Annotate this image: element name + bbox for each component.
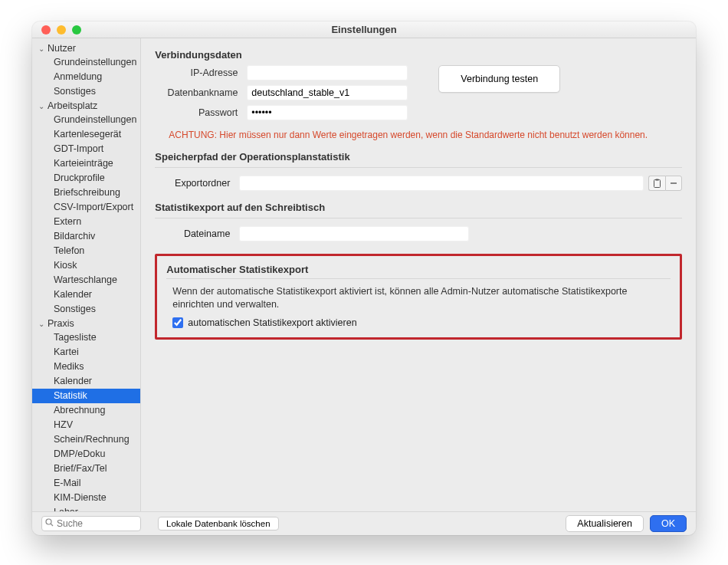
main-panel: Verbindungsdaten IP-Adresse Datenbanknam…	[141, 38, 696, 511]
sidebar-item[interactable]: Telefon	[32, 244, 140, 258]
svg-line-4	[51, 524, 53, 526]
sidebar-item[interactable]: Karteieinträge	[32, 156, 140, 171]
refresh-button[interactable]: Aktualisieren	[566, 515, 644, 532]
clipboard-icon[interactable]	[648, 176, 665, 191]
export-folder-label: Exportordner	[155, 178, 239, 189]
export-folder-input[interactable]	[239, 176, 644, 191]
sidebar-item[interactable]: Extern	[32, 215, 140, 229]
window-body: ⌄NutzerGrundeinstellungenAnmeldungSonsti…	[32, 38, 696, 511]
sidebar-item[interactable]: Grundeinstellungen	[32, 55, 140, 70]
chevron-down-icon: ⌄	[38, 102, 46, 110]
pw-input[interactable]	[247, 105, 408, 120]
sidebar-item[interactable]: Warteschlange	[32, 273, 140, 287]
section-title-auto-export: Automatischer Statistikexport	[166, 264, 671, 275]
sidebar-item[interactable]: Briefschreibung	[32, 186, 140, 200]
divider	[155, 167, 682, 168]
sidebar-item[interactable]: Sonstiges	[32, 302, 140, 317]
filename-label: Dateiname	[155, 228, 239, 239]
pw-label: Passwort	[155, 107, 247, 118]
sidebar[interactable]: ⌄NutzerGrundeinstellungenAnmeldungSonsti…	[32, 38, 141, 511]
section-title-connection: Verbindungsdaten	[155, 49, 682, 61]
sidebar-item[interactable]: Kalender	[32, 287, 140, 302]
divider	[155, 218, 682, 218]
sidebar-group-header[interactable]: ⌄Arbeitsplatz	[32, 99, 140, 113]
sidebar-item[interactable]: KIM-Dienste	[32, 491, 140, 505]
svg-point-3	[46, 519, 51, 524]
sidebar-group-label: Praxis	[48, 318, 74, 329]
search-input[interactable]	[57, 518, 137, 529]
sidebar-item[interactable]: Grundeinstellungen	[32, 113, 140, 127]
sidebar-item[interactable]: Mediks	[32, 360, 140, 374]
sidebar-item[interactable]: CSV-Import/Export	[32, 200, 140, 215]
sidebar-item[interactable]: DMP/eDoku	[32, 447, 140, 462]
divider	[166, 278, 671, 279]
sidebar-item[interactable]: E-Mail	[32, 476, 140, 491]
footer: Lokale Datenbank löschen Aktualisieren O…	[32, 511, 696, 535]
sidebar-item[interactable]: Abrechnung	[32, 403, 140, 418]
sidebar-item[interactable]: Druckprofile	[32, 171, 140, 186]
sidebar-item[interactable]: Brief/Fax/Tel	[32, 462, 140, 476]
sidebar-item[interactable]: Statistik	[32, 389, 140, 403]
ok-button[interactable]: OK	[650, 515, 687, 532]
sidebar-item[interactable]: Anmeldung	[32, 70, 140, 84]
db-input[interactable]	[247, 85, 408, 100]
minus-icon[interactable]	[665, 176, 682, 191]
chevron-down-icon: ⌄	[38, 44, 46, 53]
sidebar-group-header[interactable]: ⌄Praxis	[32, 317, 140, 330]
sidebar-item[interactable]: HZV	[32, 418, 140, 432]
ip-label: IP-Adresse	[155, 67, 247, 78]
sidebar-item[interactable]: Tagesliste	[32, 330, 140, 345]
ip-input[interactable]	[247, 65, 408, 80]
section-title-export-path: Speicherpfad der Operationsplanstatistik	[155, 151, 682, 163]
svg-rect-0	[654, 180, 661, 188]
auto-export-section: Automatischer Statistikexport Wenn der a…	[155, 254, 682, 340]
sidebar-group-label: Nutzer	[48, 43, 76, 54]
test-connection-button[interactable]: Verbindung testen	[438, 65, 560, 93]
sidebar-item[interactable]: Kiosk	[32, 258, 140, 273]
auto-export-checkbox-label: automatischen Statistikexport aktivieren	[188, 317, 356, 328]
sidebar-item[interactable]: Kartenlesegerät	[32, 127, 140, 142]
sidebar-group-label: Arbeitsplatz	[48, 100, 97, 111]
sidebar-item[interactable]: Kalender	[32, 374, 140, 389]
sidebar-item[interactable]: Kartei	[32, 345, 140, 360]
settings-window: Einstellungen ⌄NutzerGrundeinstellungenA…	[32, 21, 696, 535]
auto-export-description: Wenn der automatische Statistikexport ak…	[172, 285, 671, 311]
auto-export-checkbox[interactable]	[172, 317, 183, 328]
chevron-down-icon: ⌄	[38, 320, 46, 328]
section-title-desktop-export: Statistikexport auf den Schreibtisch	[155, 202, 682, 213]
sidebar-group-header[interactable]: ⌄Nutzer	[32, 41, 140, 55]
search-icon	[45, 518, 54, 529]
connection-warning: ACHTUNG: Hier müssen nur dann Werte eing…	[169, 130, 682, 140]
sidebar-item[interactable]: Bildarchiv	[32, 229, 140, 244]
window-title: Einstellungen	[32, 24, 696, 35]
db-label: Datenbankname	[155, 87, 247, 98]
svg-rect-1	[656, 179, 659, 181]
sidebar-item[interactable]: Labor	[32, 505, 140, 511]
titlebar: Einstellungen	[32, 21, 696, 38]
search-field[interactable]	[41, 516, 141, 531]
filename-input[interactable]	[239, 226, 469, 241]
sidebar-item[interactable]: Schein/Rechnung	[32, 432, 140, 447]
delete-local-db-button[interactable]: Lokale Datenbank löschen	[158, 517, 279, 531]
sidebar-item[interactable]: GDT-Import	[32, 142, 140, 156]
sidebar-item[interactable]: Sonstiges	[32, 84, 140, 99]
